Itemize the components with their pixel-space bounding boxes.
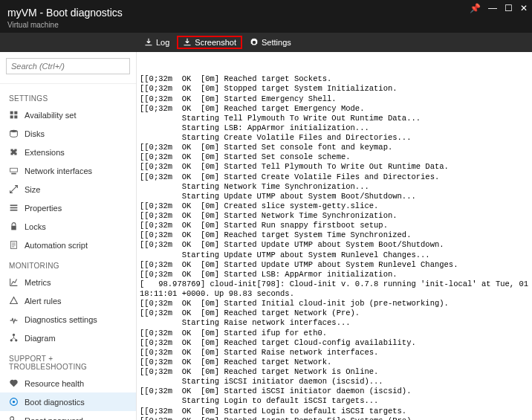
console-line: [[0;32m OK [0m] Reached target Network i… (140, 367, 532, 377)
console-line: [[0;32m OK [0m] Started Emergency Shell. (140, 94, 532, 104)
lock-icon (9, 222, 19, 231)
close-icon[interactable]: ✕ (520, 3, 528, 13)
settings-button[interactable]: Settings (244, 36, 297, 49)
nav-label: Boot diagnostics (25, 398, 85, 407)
nav-label: Disks (25, 129, 45, 138)
nav-label: Resource health (25, 379, 84, 388)
section-support: SUPPORT + TROUBLESHOOTING (0, 347, 136, 374)
svg-rect-0 (10, 112, 13, 114)
console-line: [[0;32m OK [0m] Reached target Sockets. (140, 74, 532, 84)
console-line: Starting Raise network interfaces... (140, 318, 532, 328)
console-line: [[0;32m OK [0m] Started LSB: AppArmor in… (140, 270, 532, 280)
console-line: [[0;32m OK [0m] Started iSCSI initiator … (140, 387, 532, 396)
nav-label: Diagnostics settings (25, 315, 97, 324)
console-line: [[0;32m OK [0m] Reached target Emergency… (140, 104, 532, 114)
nav-label: Size (25, 185, 40, 194)
download-icon (144, 38, 153, 47)
svg-rect-9 (11, 226, 16, 230)
console-line: Starting Create Volatile Files and Direc… (140, 133, 532, 143)
svg-point-11 (13, 334, 15, 336)
log-button[interactable]: Log (138, 36, 175, 49)
console-line: 18:11:01 +0000. Up 98.83 seconds. (140, 289, 532, 299)
console-line: [[0;32m OK [0m] Reached target Network. (140, 358, 532, 367)
pin-icon[interactable]: 📌 (470, 3, 481, 13)
svg-rect-3 (14, 115, 17, 118)
console-line: [[0;32m OK [0m] Started Set console sche… (140, 152, 532, 162)
svg-point-15 (13, 401, 15, 403)
svg-rect-8 (10, 210, 18, 211)
nav-label: Reset password (25, 416, 83, 421)
console-line: [[0;32m OK [0m] Reached target Network (… (140, 308, 532, 318)
diag-icon (9, 314, 19, 324)
nav-label: Availability set (25, 111, 77, 120)
sidebar-item-extensions[interactable]: Extensions (0, 143, 136, 161)
sidebar-item-locks[interactable]: Locks (0, 217, 136, 236)
sidebar-item-automation[interactable]: Automation script (0, 236, 136, 254)
svg-rect-1 (14, 112, 17, 114)
maximize-icon[interactable]: ☐ (505, 3, 513, 13)
gear-icon (250, 38, 259, 47)
heart-icon (9, 378, 19, 388)
console-line: [[0;32m OK [0m] Started Login to default… (140, 407, 532, 416)
search-input[interactable] (6, 58, 130, 74)
titlebar: myVM - Boot diagnostics 📌 — ☐ ✕ (0, 0, 532, 21)
sidebar-item-nics[interactable]: Network interfaces (0, 161, 136, 180)
sidebar-item-resetpw[interactable]: Reset password (0, 411, 136, 420)
sidebar-item-size[interactable]: Size (0, 180, 136, 198)
console-line: Starting Network Time Synchronization... (140, 182, 532, 192)
console-line: [[0;32m OK [0m] Started Initial cloud-in… (140, 299, 532, 308)
console-line: [[0;32m OK [0m] Reached target Remote Fi… (140, 416, 532, 420)
svg-point-16 (10, 417, 14, 420)
sidebar-item-disks[interactable]: Disks (0, 124, 136, 143)
sidebar-item-bootdiag[interactable]: Boot diagnostics (0, 392, 136, 411)
nav-label: Diagram (25, 334, 56, 343)
console-line: [[0;32m OK [0m] Reached target Cloud-con… (140, 338, 532, 348)
sidebar: SETTINGS Availability set Disks Extensio… (0, 52, 137, 420)
boot-icon (9, 397, 19, 407)
sidebar-item-diagsettings[interactable]: Diagnostics settings (0, 310, 136, 329)
nav-label: Network interfaces (25, 167, 92, 175)
toolbar: Log Screenshot Settings (0, 33, 532, 52)
network-icon (9, 166, 19, 175)
console-line: [[0;32m OK [0m] Started Update UTMP abou… (140, 240, 532, 250)
minimize-icon[interactable]: — (488, 3, 497, 13)
nav-label: Extensions (25, 148, 65, 157)
console-line: [[0;32m OK [0m] Started Set console font… (140, 143, 532, 152)
sidebar-item-diagram[interactable]: Diagram (0, 329, 136, 347)
diagram-icon (9, 333, 19, 343)
svg-point-4 (10, 130, 18, 132)
console-line: [[0;32m OK [0m] Stopped target System In… (140, 84, 532, 94)
sidebar-item-availability[interactable]: Availability set (0, 106, 136, 124)
availability-icon (9, 110, 19, 120)
console-line: [[0;32m OK [0m] Started Update UTMP abou… (140, 260, 532, 270)
sidebar-item-alertrules[interactable]: Alert rules (0, 291, 136, 310)
console-line: [[0;32m OK [0m] Started ifup for eth0. (140, 329, 532, 338)
window-controls: 📌 — ☐ ✕ (470, 3, 528, 13)
svg-rect-6 (10, 204, 18, 206)
console-line: Starting Update UTMP about System Boot/S… (140, 192, 532, 201)
screenshot-button[interactable]: Screenshot (177, 36, 242, 49)
section-monitoring: MONITORING (0, 254, 136, 273)
console-line: [[0;32m OK [0m] Started Create Volatile … (140, 172, 532, 182)
screenshot-label: Screenshot (195, 38, 236, 47)
sidebar-item-metrics[interactable]: Metrics (0, 273, 136, 291)
properties-icon (9, 203, 19, 213)
extensions-icon (9, 147, 19, 157)
svg-rect-2 (10, 115, 13, 118)
download-icon (183, 38, 192, 47)
console-line: [[0;32m OK [0m] Created slice system-get… (140, 201, 532, 211)
disks-icon (9, 129, 19, 138)
console-line: [[0;32m OK [0m] Started Run snappy first… (140, 221, 532, 230)
console-line: [[0;32m OK [0m] Started Raise network in… (140, 348, 532, 358)
svg-rect-7 (10, 207, 18, 209)
console-output: [[0;32m OK [0m] Reached target Sockets.[… (137, 52, 532, 420)
section-settings: SETTINGS (0, 87, 136, 106)
key-icon (9, 416, 19, 420)
sidebar-item-properties[interactable]: Properties (0, 198, 136, 217)
sidebar-item-resourcehealth[interactable]: Resource health (0, 374, 136, 392)
console-line: [[0;32m OK [0m] Reached target System Ti… (140, 230, 532, 240)
alert-icon (9, 296, 19, 306)
console-line: Starting Update UTMP about System Runlev… (140, 251, 532, 260)
subtitle: Virtual machine (0, 21, 532, 33)
nav-label: Automation script (25, 241, 88, 250)
